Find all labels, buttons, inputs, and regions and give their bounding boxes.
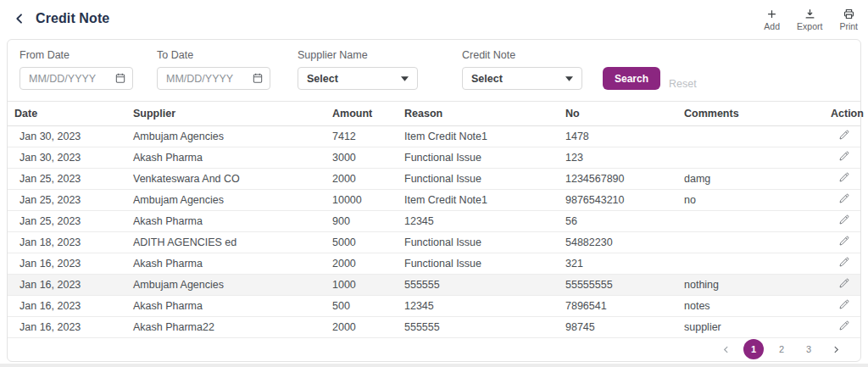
plus-icon [765,8,778,20]
column-header-amount: Amount [326,102,398,125]
cell-no: 1234567890 [559,168,677,189]
edit-pencil-icon[interactable] [838,235,850,247]
cell-date: Jan 30, 2023 [8,125,126,147]
credit-note-table: Date Supplier Amount Reason No Comments … [8,102,860,338]
calendar-icon[interactable] [252,72,264,87]
printer-icon [843,8,855,20]
cell-comments: damg [677,168,824,189]
export-button-label: Export [797,21,822,31]
cell-reason: Item Credit Note1 [398,189,559,210]
cell-amount: 2000 [326,253,398,274]
search-button[interactable]: Search [603,67,660,90]
cell-no: 321 [559,253,677,274]
credit-note-value: Select [471,73,503,85]
back-chevron-icon [13,12,26,25]
page-buttons: 123 [743,339,818,359]
topbar-actions: Add Export Print [764,6,858,31]
edit-pencil-icon[interactable] [838,256,850,268]
cell-amount: 10000 [326,189,398,210]
cell-amount: 2000 [326,168,398,189]
print-button[interactable]: Print [839,8,858,31]
download-icon [804,8,816,20]
edit-pencil-icon[interactable] [838,171,850,183]
credit-note-panel: From Date To Date Supplier Name Select [7,39,861,362]
edit-pencil-icon[interactable] [838,150,850,162]
credit-note-select[interactable]: Select [462,67,582,90]
cell-date: Jan 30, 2023 [8,147,126,168]
previous-page-button[interactable] [716,340,735,359]
cell-date: Jan 16, 2023 [8,316,126,337]
cell-amount: 7412 [326,125,398,147]
cell-supplier: Akash Pharma22 [126,316,326,337]
pagination: 123 [8,338,860,362]
cell-no: 54882230 [559,231,677,253]
supplier-name-select[interactable]: Select [298,67,418,90]
table-row: Jan 30, 2023 Ambujam Agencies 7412 Item … [8,125,860,147]
from-date-label: From Date [19,49,133,61]
cell-comments: nothing [677,274,824,295]
filter-bar: From Date To Date Supplier Name Select [8,40,860,102]
cell-comments [677,253,824,274]
add-button[interactable]: Add [764,8,780,31]
cell-comments [677,231,824,253]
page-bottom-strip [0,364,868,367]
cell-date: Jan 25, 2023 [8,168,126,189]
supplier-name-label: Supplier Name [298,49,418,61]
cell-comments [677,125,824,147]
cell-no: 55555555 [559,274,677,295]
print-button-label: Print [839,21,858,31]
cell-reason: 555555 [398,274,559,295]
edit-pencil-icon[interactable] [838,320,850,331]
cell-reason: Item Credit Note1 [398,125,559,147]
edit-pencil-icon[interactable] [838,129,850,141]
page-button-2[interactable]: 2 [772,340,791,359]
table-body: Jan 30, 2023 Ambujam Agencies 7412 Item … [8,125,860,337]
cell-comments: no [677,189,824,210]
cell-amount: 1000 [326,274,398,295]
table-header-row: Date Supplier Amount Reason No Comments … [8,102,860,125]
cell-no: 7896541 [559,295,677,316]
cell-supplier: Ambujam Agencies [126,125,326,147]
cell-date: Jan 25, 2023 [8,189,126,210]
table-row: Jan 16, 2023 Akash Pharma 2000 Functiona… [8,253,860,274]
topbar: Credit Note Add Export Print [0,0,868,37]
export-button[interactable]: Export [797,8,822,31]
back-button[interactable] [10,9,29,28]
table-row: Jan 25, 2023 Akash Pharma 900 12345 56 [8,210,860,231]
cell-supplier: Ambujam Agencies [126,189,326,210]
cell-no: 56 [559,210,677,231]
column-header-action: Action [824,102,860,125]
chevron-right-icon [832,345,841,354]
cell-date: Jan 16, 2023 [8,253,126,274]
supplier-name-value: Select [307,73,338,85]
edit-pencil-icon[interactable] [838,214,850,225]
to-date-label: To Date [157,49,270,61]
page-button-1[interactable]: 1 [743,339,764,359]
table-row: Jan 25, 2023 Ambujam Agencies 10000 Item… [8,189,860,210]
column-header-supplier: Supplier [126,102,326,125]
chevron-down-icon [565,76,573,81]
cell-no: 1478 [559,125,677,147]
cell-supplier: Akash Pharma [126,210,326,231]
cell-no: 98745 [559,316,677,337]
add-button-label: Add [764,21,780,31]
cell-date: Jan 16, 2023 [8,295,126,316]
cell-comments: supplier [677,316,824,337]
column-header-comments: Comments [677,102,824,125]
credit-note-label: Credit Note [462,49,582,61]
page-button-3[interactable]: 3 [799,340,818,359]
cell-reason: 555555 [398,316,559,337]
edit-pencil-icon[interactable] [838,192,850,204]
calendar-icon[interactable] [114,72,126,87]
cell-reason: 12345 [398,210,559,231]
cell-date: Jan 16, 2023 [8,274,126,295]
edit-pencil-icon[interactable] [838,298,850,310]
reset-button[interactable]: Reset [669,78,697,90]
column-header-date: Date [8,102,126,125]
cell-supplier: ADITH AGENCIES ed [126,231,326,253]
edit-pencil-icon[interactable] [838,277,850,289]
next-page-button[interactable] [826,340,845,359]
table-row: Jan 16, 2023 Ambujam Agencies 1000 55555… [8,274,860,295]
cell-supplier: Akash Pharma [126,295,326,316]
cell-amount: 2000 [326,316,398,337]
